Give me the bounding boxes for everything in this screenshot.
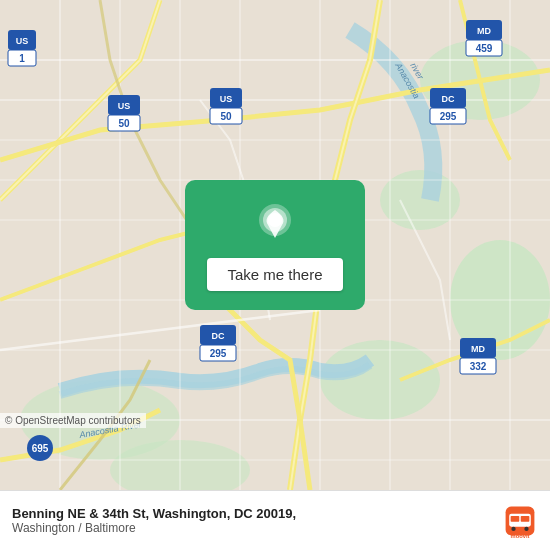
- location-info: Benning NE & 34th St, Washington, DC 200…: [12, 506, 296, 535]
- osm-attribution: © OpenStreetMap contributors: [0, 413, 146, 428]
- osm-text: © OpenStreetMap contributors: [5, 415, 141, 426]
- moovit-logo: moovit: [502, 503, 538, 539]
- button-overlay: Take me there: [185, 180, 365, 310]
- location-sub: Washington / Baltimore: [12, 521, 296, 535]
- svg-point-2: [380, 170, 460, 230]
- svg-text:459: 459: [476, 43, 493, 54]
- svg-text:MD: MD: [477, 26, 491, 36]
- svg-text:DC: DC: [212, 331, 225, 341]
- svg-text:1: 1: [19, 53, 25, 64]
- svg-text:DC: DC: [442, 94, 455, 104]
- svg-text:295: 295: [440, 111, 457, 122]
- svg-text:50: 50: [220, 111, 232, 122]
- pin-container: Take me there: [185, 180, 365, 310]
- svg-text:50: 50: [118, 118, 130, 129]
- svg-point-68: [511, 526, 515, 530]
- svg-text:moovit: moovit: [511, 532, 530, 538]
- moovit-icon: moovit: [502, 503, 538, 539]
- svg-rect-66: [511, 515, 520, 521]
- svg-text:US: US: [220, 94, 233, 104]
- svg-text:295: 295: [210, 348, 227, 359]
- bottom-bar: Benning NE & 34th St, Washington, DC 200…: [0, 490, 550, 550]
- svg-text:US: US: [118, 101, 131, 111]
- svg-text:US: US: [16, 36, 29, 46]
- svg-text:695: 695: [32, 443, 49, 454]
- svg-text:332: 332: [470, 361, 487, 372]
- take-me-there-button[interactable]: Take me there: [207, 258, 342, 291]
- location-name: Benning NE & 34th St, Washington, DC 200…: [12, 506, 296, 521]
- location-pin-icon: [250, 200, 300, 250]
- svg-point-69: [524, 526, 528, 530]
- svg-text:MD: MD: [471, 344, 485, 354]
- svg-rect-67: [521, 515, 530, 521]
- map-container: US 1 US 50 US 50 DC 295 DC 295 DC 295 69…: [0, 0, 550, 490]
